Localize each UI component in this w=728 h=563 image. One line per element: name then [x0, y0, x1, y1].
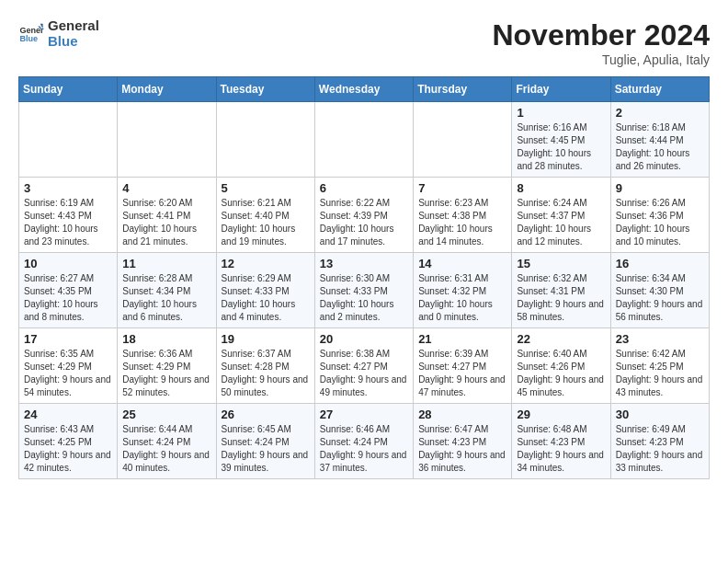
day-number: 11 — [122, 257, 210, 270]
calendar-cell: 18Sunrise: 6:36 AM Sunset: 4:29 PM Dayli… — [118, 328, 216, 404]
day-info: Sunrise: 6:43 AM Sunset: 4:25 PM Dayligh… — [24, 423, 112, 475]
calendar-cell: 17Sunrise: 6:35 AM Sunset: 4:29 PM Dayli… — [19, 328, 118, 404]
logo-icon: General Blue — [18, 21, 44, 47]
calendar-week-row: 17Sunrise: 6:35 AM Sunset: 4:29 PM Dayli… — [19, 328, 710, 404]
day-info: Sunrise: 6:19 AM Sunset: 4:43 PM Dayligh… — [24, 197, 112, 248]
calendar-cell: 16Sunrise: 6:34 AM Sunset: 4:30 PM Dayli… — [610, 253, 709, 328]
day-number: 9 — [616, 181, 704, 195]
calendar-cell: 23Sunrise: 6:42 AM Sunset: 4:25 PM Dayli… — [610, 328, 709, 404]
calendar-cell: 26Sunrise: 6:45 AM Sunset: 4:24 PM Dayli… — [216, 404, 314, 479]
calendar-cell: 13Sunrise: 6:30 AM Sunset: 4:33 PM Dayli… — [314, 253, 413, 328]
calendar-week-row: 24Sunrise: 6:43 AM Sunset: 4:25 PM Dayli… — [19, 404, 710, 479]
day-info: Sunrise: 6:38 AM Sunset: 4:27 PM Dayligh… — [320, 348, 408, 399]
day-of-week-header: Friday — [512, 77, 610, 102]
day-number: 6 — [320, 181, 408, 195]
calendar-cell: 30Sunrise: 6:49 AM Sunset: 4:23 PM Dayli… — [610, 404, 709, 479]
calendar-cell — [118, 102, 216, 178]
day-info: Sunrise: 6:23 AM Sunset: 4:38 PM Dayligh… — [418, 197, 506, 248]
calendar-cell — [19, 102, 118, 178]
calendar-cell: 1Sunrise: 6:16 AM Sunset: 4:45 PM Daylig… — [512, 102, 610, 178]
day-info: Sunrise: 6:22 AM Sunset: 4:39 PM Dayligh… — [320, 197, 408, 248]
calendar-cell — [216, 102, 314, 178]
day-info: Sunrise: 6:37 AM Sunset: 4:28 PM Dayligh… — [222, 348, 310, 399]
day-number: 21 — [418, 332, 506, 346]
day-number: 15 — [517, 257, 605, 270]
calendar-cell: 15Sunrise: 6:32 AM Sunset: 4:31 PM Dayli… — [512, 253, 610, 328]
day-info: Sunrise: 6:47 AM Sunset: 4:23 PM Dayligh… — [418, 423, 506, 475]
calendar-body: 1Sunrise: 6:16 AM Sunset: 4:45 PM Daylig… — [19, 102, 710, 479]
day-info: Sunrise: 6:27 AM Sunset: 4:35 PM Dayligh… — [24, 272, 112, 324]
day-number: 18 — [122, 332, 210, 346]
day-number: 24 — [24, 408, 112, 421]
logo: General Blue General Blue — [18, 18, 99, 49]
day-info: Sunrise: 6:18 AM Sunset: 4:44 PM Dayligh… — [616, 121, 704, 173]
location: Tuglie, Apulia, Italy — [492, 52, 710, 67]
day-info: Sunrise: 6:44 AM Sunset: 4:24 PM Dayligh… — [122, 423, 210, 475]
calendar-cell: 28Sunrise: 6:47 AM Sunset: 4:23 PM Dayli… — [414, 404, 512, 479]
day-number: 30 — [616, 408, 704, 421]
calendar-cell: 19Sunrise: 6:37 AM Sunset: 4:28 PM Dayli… — [216, 328, 314, 404]
day-of-week-header: Sunday — [19, 77, 118, 102]
svg-text:Blue: Blue — [19, 34, 38, 43]
day-number: 22 — [517, 332, 605, 346]
day-number: 27 — [320, 408, 408, 421]
calendar-cell: 21Sunrise: 6:39 AM Sunset: 4:27 PM Dayli… — [414, 328, 512, 404]
day-number: 17 — [24, 332, 112, 346]
day-of-week-header: Saturday — [610, 77, 709, 102]
day-info: Sunrise: 6:36 AM Sunset: 4:29 PM Dayligh… — [122, 348, 210, 399]
calendar-cell: 11Sunrise: 6:28 AM Sunset: 4:34 PM Dayli… — [118, 253, 216, 328]
day-number: 1 — [517, 106, 605, 120]
calendar-cell: 27Sunrise: 6:46 AM Sunset: 4:24 PM Dayli… — [314, 404, 413, 479]
day-info: Sunrise: 6:45 AM Sunset: 4:24 PM Dayligh… — [222, 423, 310, 475]
calendar-cell: 20Sunrise: 6:38 AM Sunset: 4:27 PM Dayli… — [314, 328, 413, 404]
calendar-cell: 29Sunrise: 6:48 AM Sunset: 4:23 PM Dayli… — [512, 404, 610, 479]
day-number: 13 — [320, 257, 408, 270]
calendar-cell: 14Sunrise: 6:31 AM Sunset: 4:32 PM Dayli… — [414, 253, 512, 328]
calendar-cell — [414, 102, 512, 178]
calendar-cell: 8Sunrise: 6:24 AM Sunset: 4:37 PM Daylig… — [512, 178, 610, 253]
calendar-cell: 12Sunrise: 6:29 AM Sunset: 4:33 PM Dayli… — [216, 253, 314, 328]
day-info: Sunrise: 6:28 AM Sunset: 4:34 PM Dayligh… — [122, 272, 210, 324]
day-number: 7 — [418, 181, 506, 195]
page-header: General Blue General Blue November 2024 … — [18, 18, 710, 67]
calendar-table: SundayMondayTuesdayWednesdayThursdayFrid… — [18, 76, 710, 479]
day-number: 23 — [616, 332, 704, 346]
calendar-cell: 22Sunrise: 6:40 AM Sunset: 4:26 PM Dayli… — [512, 328, 610, 404]
day-info: Sunrise: 6:49 AM Sunset: 4:23 PM Dayligh… — [616, 423, 704, 475]
calendar-cell: 25Sunrise: 6:44 AM Sunset: 4:24 PM Dayli… — [118, 404, 216, 479]
calendar-cell: 4Sunrise: 6:20 AM Sunset: 4:41 PM Daylig… — [118, 178, 216, 253]
day-number: 20 — [320, 332, 408, 346]
calendar-cell: 7Sunrise: 6:23 AM Sunset: 4:38 PM Daylig… — [414, 178, 512, 253]
day-number: 8 — [517, 181, 605, 195]
day-info: Sunrise: 6:40 AM Sunset: 4:26 PM Dayligh… — [517, 348, 605, 399]
day-info: Sunrise: 6:21 AM Sunset: 4:40 PM Dayligh… — [222, 197, 310, 248]
calendar-cell: 2Sunrise: 6:18 AM Sunset: 4:44 PM Daylig… — [610, 102, 709, 178]
day-info: Sunrise: 6:16 AM Sunset: 4:45 PM Dayligh… — [517, 121, 605, 173]
day-info: Sunrise: 6:31 AM Sunset: 4:32 PM Dayligh… — [418, 272, 506, 324]
title-block: November 2024 Tuglie, Apulia, Italy — [492, 18, 710, 67]
day-info: Sunrise: 6:42 AM Sunset: 4:25 PM Dayligh… — [616, 348, 704, 399]
calendar-cell: 24Sunrise: 6:43 AM Sunset: 4:25 PM Dayli… — [19, 404, 118, 479]
calendar-week-row: 10Sunrise: 6:27 AM Sunset: 4:35 PM Dayli… — [19, 253, 710, 328]
day-number: 25 — [122, 408, 210, 421]
day-number: 14 — [418, 257, 506, 270]
day-number: 2 — [616, 106, 704, 120]
day-number: 19 — [222, 332, 310, 346]
day-number: 12 — [222, 257, 310, 270]
calendar-cell: 3Sunrise: 6:19 AM Sunset: 4:43 PM Daylig… — [19, 178, 118, 253]
day-info: Sunrise: 6:30 AM Sunset: 4:33 PM Dayligh… — [320, 272, 408, 324]
month-title: November 2024 — [492, 18, 710, 52]
calendar-header-row: SundayMondayTuesdayWednesdayThursdayFrid… — [19, 77, 710, 102]
day-number: 16 — [616, 257, 704, 270]
day-number: 26 — [222, 408, 310, 421]
day-info: Sunrise: 6:32 AM Sunset: 4:31 PM Dayligh… — [517, 272, 605, 324]
day-info: Sunrise: 6:20 AM Sunset: 4:41 PM Dayligh… — [122, 197, 210, 248]
calendar-cell: 9Sunrise: 6:26 AM Sunset: 4:36 PM Daylig… — [610, 178, 709, 253]
day-info: Sunrise: 6:39 AM Sunset: 4:27 PM Dayligh… — [418, 348, 506, 399]
day-info: Sunrise: 6:29 AM Sunset: 4:33 PM Dayligh… — [222, 272, 310, 324]
day-number: 29 — [517, 408, 605, 421]
day-number: 4 — [122, 181, 210, 195]
day-info: Sunrise: 6:46 AM Sunset: 4:24 PM Dayligh… — [320, 423, 408, 475]
day-info: Sunrise: 6:34 AM Sunset: 4:30 PM Dayligh… — [616, 272, 704, 324]
day-info: Sunrise: 6:35 AM Sunset: 4:29 PM Dayligh… — [24, 348, 112, 399]
